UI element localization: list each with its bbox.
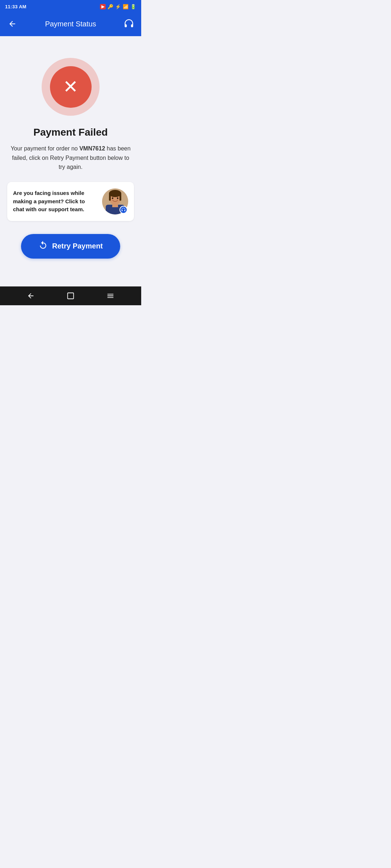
back-button[interactable] xyxy=(6,17,19,30)
main-content: ✕ Payment Failed Your payment for order … xyxy=(0,36,141,286)
error-icon-circle: ✕ xyxy=(50,66,92,108)
nav-back-button[interactable] xyxy=(24,289,37,302)
status-icons: ▶ 🔑 ⚡ 📶 🔋 xyxy=(100,4,136,9)
support-chat-card[interactable]: Are you facing issues while making a pay… xyxy=(7,182,134,221)
payment-failed-title: Payment Failed xyxy=(33,127,108,138)
bottom-nav xyxy=(0,286,141,305)
error-icon-wrapper: ✕ xyxy=(42,58,100,116)
order-id: VMN7612 xyxy=(79,145,105,152)
svg-point-7 xyxy=(112,197,113,199)
retry-payment-button[interactable]: Retry Payment xyxy=(21,234,120,259)
bluetooth-icon: ⚡ xyxy=(115,4,121,9)
wifi-icon: 📶 xyxy=(123,4,129,9)
retry-payment-label: Retry Payment xyxy=(52,242,103,250)
svg-rect-9 xyxy=(68,293,74,299)
nav-menu-button[interactable] xyxy=(104,289,117,302)
payment-description: Your payment for order no VMN7612 has be… xyxy=(7,144,134,172)
nav-home-button[interactable] xyxy=(64,289,77,302)
agent-support-badge xyxy=(119,206,127,214)
svg-point-8 xyxy=(117,197,118,199)
support-icon[interactable] xyxy=(122,17,135,30)
support-card-text: Are you facing issues while making a pay… xyxy=(13,189,102,214)
status-time: 11:33 AM xyxy=(5,4,26,9)
svg-point-4 xyxy=(109,190,121,197)
svg-rect-5 xyxy=(109,193,111,201)
svg-rect-6 xyxy=(119,193,121,201)
header: Payment Status xyxy=(0,13,141,36)
x-icon: ✕ xyxy=(63,78,78,96)
screen-record-icon: ▶ xyxy=(100,4,106,9)
page-title: Payment Status xyxy=(19,20,122,28)
key-icon: 🔑 xyxy=(108,4,113,9)
battery-icon: 🔋 xyxy=(130,4,136,9)
agent-avatar-wrapper xyxy=(102,188,128,214)
retry-icon xyxy=(38,241,48,252)
status-bar: 11:33 AM ▶ 🔑 ⚡ 📶 🔋 xyxy=(0,0,141,13)
